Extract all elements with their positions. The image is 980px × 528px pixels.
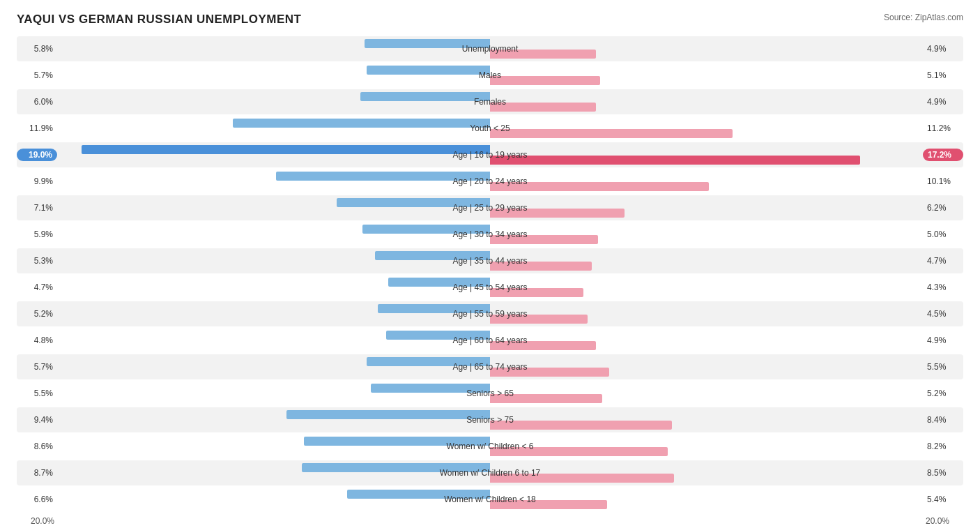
left-value: 5.9% — [17, 229, 57, 239]
chart-container: YAQUI VS GERMAN RUSSIAN UNEMPLOYMENT Sou… — [0, 0, 980, 528]
bars-container: Males — [57, 66, 923, 85]
left-value: 5.7% — [17, 70, 57, 80]
chart-row: 9.4%Seniors > 758.4% — [17, 407, 963, 432]
blue-bar — [233, 119, 490, 128]
chart-row: 5.7%Age | 65 to 74 years5.5% — [17, 354, 963, 379]
chart-row: 5.8%Unemployment4.9% — [17, 36, 963, 61]
right-value: 6.2% — [923, 203, 963, 213]
axis-right: 20.0% — [921, 516, 963, 526]
left-value: 5.3% — [17, 256, 57, 266]
pink-bar — [490, 76, 600, 85]
chart-row: 11.9%Youth < 2511.2% — [17, 116, 963, 141]
right-value: 4.9% — [923, 44, 963, 54]
bars-container: Youth < 25 — [57, 119, 923, 138]
right-value: 5.2% — [923, 389, 963, 398]
blue-bar — [367, 66, 490, 75]
bars-container: Women w/ Children 6 to 17 — [57, 463, 923, 483]
right-value: 4.5% — [923, 309, 963, 319]
chart-source: Source: ZipAtlas.com — [884, 13, 963, 22]
blue-bar — [386, 331, 490, 340]
left-value: 6.6% — [17, 495, 57, 504]
chart-row: 5.7%Males5.1% — [17, 63, 963, 88]
axis-row: 20.0% 20.0% — [17, 513, 963, 528]
pink-bar — [490, 447, 668, 456]
chart-row: 8.6%Women w/ Children < 68.2% — [17, 434, 963, 459]
left-value: 8.7% — [17, 468, 57, 478]
pink-bar — [490, 209, 625, 218]
left-value: 5.8% — [17, 44, 57, 54]
blue-bar — [371, 384, 490, 393]
blue-bar — [375, 251, 490, 260]
left-value: 5.2% — [17, 309, 57, 319]
blue-bar — [304, 437, 490, 446]
chart-row: 5.2%Age | 55 to 59 years4.5% — [17, 301, 963, 326]
right-value: 5.4% — [923, 495, 963, 504]
axis-left: 20.0% — [17, 516, 59, 526]
bars-container: Unemployment — [57, 39, 923, 59]
blue-bar — [302, 463, 490, 472]
left-value: 9.4% — [17, 415, 57, 425]
bars-container: Seniors > 75 — [57, 410, 923, 430]
left-value: 11.9% — [17, 123, 57, 133]
blue-bar — [347, 490, 490, 499]
pink-bar — [490, 500, 607, 509]
left-value: 4.7% — [17, 282, 57, 292]
chart-row: 19.0%Age | 16 to 19 years17.2% — [17, 142, 963, 167]
blue-bar — [286, 410, 490, 419]
bars-container: Age | 25 to 29 years — [57, 198, 923, 218]
blue-bar — [378, 304, 490, 313]
pink-bar — [490, 182, 709, 191]
chart-row: 5.5%Seniors > 655.2% — [17, 381, 963, 406]
right-value: 5.5% — [923, 362, 963, 372]
pink-bar — [490, 262, 592, 271]
chart-row: 6.6%Women w/ Children < 185.4% — [17, 487, 963, 512]
pink-bar — [490, 235, 598, 244]
pink-bar — [490, 156, 860, 165]
right-value: 11.2% — [923, 123, 963, 133]
blue-bar — [388, 278, 490, 287]
bars-container: Age | 55 to 59 years — [57, 304, 923, 324]
pink-bar — [490, 288, 583, 297]
bars-container: Age | 16 to 19 years — [60, 145, 920, 165]
chart-row: 4.7%Age | 45 to 54 years4.3% — [17, 275, 963, 300]
bars-container: Women w/ Children < 18 — [57, 490, 923, 509]
bars-container: Age | 45 to 54 years — [57, 278, 923, 297]
pink-bar — [490, 474, 674, 483]
left-value: 19.0% — [17, 149, 57, 161]
pink-bar — [490, 394, 602, 403]
right-value: 4.9% — [923, 335, 963, 345]
right-value: 17.2% — [923, 149, 963, 161]
right-value: 8.5% — [923, 468, 963, 478]
right-value: 5.0% — [923, 229, 963, 239]
bars-container: Age | 35 to 44 years — [57, 251, 923, 271]
right-value: 8.2% — [923, 442, 963, 451]
right-value: 4.7% — [923, 256, 963, 266]
bars-container: Women w/ Children < 6 — [57, 437, 923, 456]
pink-bar — [490, 421, 672, 430]
pink-bar — [490, 50, 596, 59]
blue-bar — [82, 145, 490, 154]
right-value: 5.1% — [923, 70, 963, 80]
left-value: 4.8% — [17, 335, 57, 345]
bars-container: Seniors > 65 — [57, 384, 923, 403]
chart-header: YAQUI VS GERMAN RUSSIAN UNEMPLOYMENT Sou… — [17, 13, 963, 27]
blue-bar — [360, 92, 490, 101]
blue-bar — [367, 357, 490, 366]
pink-bar — [490, 129, 733, 138]
chart-row: 7.1%Age | 25 to 29 years6.2% — [17, 195, 963, 220]
chart-row: 9.9%Age | 20 to 24 years10.1% — [17, 169, 963, 194]
chart-area: 5.8%Unemployment4.9%5.7%Males5.1%6.0%Fem… — [17, 36, 963, 512]
chart-row: 6.0%Females4.9% — [17, 89, 963, 114]
pink-bar — [490, 341, 596, 350]
chart-row: 5.3%Age | 35 to 44 years4.7% — [17, 248, 963, 273]
chart-row: 4.8%Age | 60 to 64 years4.9% — [17, 328, 963, 353]
right-value: 10.1% — [923, 176, 963, 186]
right-value: 4.3% — [923, 282, 963, 292]
bars-container: Age | 65 to 74 years — [57, 357, 923, 377]
left-value: 7.1% — [17, 203, 57, 213]
bars-container: Females — [57, 92, 923, 112]
left-value: 9.9% — [17, 176, 57, 186]
left-value: 8.6% — [17, 442, 57, 451]
left-value: 5.7% — [17, 362, 57, 372]
left-value: 5.5% — [17, 389, 57, 398]
